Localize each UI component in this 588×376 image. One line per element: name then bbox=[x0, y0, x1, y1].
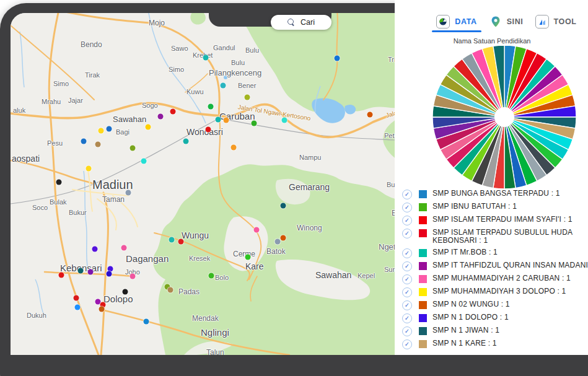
tab-data[interactable]: DATA bbox=[432, 11, 481, 32]
map-marker[interactable] bbox=[130, 274, 136, 279]
map-label: Bulu bbox=[231, 59, 245, 66]
map-marker[interactable] bbox=[75, 305, 81, 310]
map-marker[interactable] bbox=[178, 239, 184, 245]
legend-row[interactable]: ✓SMP MUHAMMADIYAH 2 CARUBAN : 1 bbox=[402, 273, 588, 286]
tab-bar: DATA SINI bbox=[432, 11, 581, 32]
map-marker[interactable] bbox=[254, 227, 260, 233]
legend-row[interactable]: ✓SMP IT TAHFIDZUL QURAN INSAN MADANI : 1 bbox=[402, 260, 588, 273]
map-marker[interactable] bbox=[86, 166, 92, 172]
legend-color-swatch bbox=[419, 262, 427, 270]
map-marker[interactable] bbox=[221, 83, 226, 89]
map-label: Bulak bbox=[50, 198, 67, 206]
legend-row[interactable]: ✓SMP N 02 WUNGU : 1 bbox=[402, 299, 588, 312]
map-canvas[interactable]: MojoBendoSawoGandulBuluKrebetBuluSimoPil… bbox=[11, 13, 395, 355]
map-marker[interactable] bbox=[252, 121, 257, 126]
legend-row[interactable]: ✓SMP MUHAMMADIYAH 3 DOLOPO : 1 bbox=[402, 286, 588, 299]
map-marker[interactable] bbox=[99, 128, 104, 134]
map-marker[interactable] bbox=[216, 117, 221, 123]
map-marker[interactable] bbox=[169, 237, 175, 243]
map-marker[interactable] bbox=[121, 245, 127, 251]
map-marker[interactable] bbox=[209, 273, 214, 279]
map-marker[interactable] bbox=[158, 114, 164, 120]
map-marker[interactable] bbox=[56, 180, 62, 185]
legend-color-swatch bbox=[419, 229, 427, 237]
legend-color-swatch bbox=[419, 327, 427, 335]
map-marker[interactable] bbox=[95, 142, 101, 147]
legend-row[interactable]: ✓SMP N 1 DOLOPO : 1 bbox=[402, 312, 588, 325]
legend-row[interactable]: ✓SMP IBNU BATUTAH : 1 bbox=[402, 201, 588, 214]
map-marker[interactable] bbox=[183, 139, 189, 144]
legend-row[interactable]: ✓SMP N 1 JIWAN : 1 bbox=[402, 325, 588, 338]
legend-label: SMP IT TAHFIDZUL QURAN INSAN MADANI : 1 bbox=[432, 261, 588, 270]
legend-checkbox-checked-icon[interactable]: ✓ bbox=[402, 339, 412, 349]
map-marker[interactable] bbox=[281, 235, 286, 241]
legend-checkbox-checked-icon[interactable]: ✓ bbox=[402, 274, 412, 284]
map-marker[interactable] bbox=[144, 319, 149, 325]
map-marker[interactable] bbox=[282, 118, 287, 123]
map-marker[interactable] bbox=[74, 295, 79, 301]
map-label: Sogo bbox=[142, 102, 158, 109]
map-marker[interactable] bbox=[245, 255, 251, 260]
map-label: Nampu bbox=[299, 154, 321, 161]
legend-checkbox-checked-icon[interactable]: ✓ bbox=[402, 300, 412, 310]
search-icon bbox=[287, 19, 295, 26]
map-marker[interactable] bbox=[206, 127, 211, 133]
legend-row[interactable]: ✓SMP ISLAM TERPADU IMAM SYAFI'I : 1 bbox=[402, 214, 588, 227]
pie-chart[interactable] bbox=[431, 43, 578, 191]
map-label: Kare bbox=[245, 261, 264, 271]
map-marker[interactable] bbox=[231, 145, 237, 151]
legend-color-swatch bbox=[419, 288, 427, 296]
map-marker[interactable] bbox=[130, 146, 136, 151]
map-marker[interactable] bbox=[367, 112, 373, 118]
legend-checkbox-checked-icon[interactable]: ✓ bbox=[402, 326, 412, 336]
legend-checkbox-checked-icon[interactable]: ✓ bbox=[402, 261, 412, 271]
legend-checkbox-checked-icon[interactable]: ✓ bbox=[402, 216, 412, 225]
side-panel: DATA SINI bbox=[395, 0, 588, 355]
map-label: Kepel bbox=[358, 272, 375, 279]
map-marker[interactable] bbox=[146, 125, 151, 130]
map-marker[interactable] bbox=[335, 56, 340, 61]
legend-checkbox-checked-icon[interactable]: ✓ bbox=[402, 203, 412, 212]
map-marker[interactable] bbox=[168, 287, 173, 293]
legend-row[interactable]: ✓SMP IT Mr.BOB : 1 bbox=[402, 247, 588, 260]
legend-row[interactable]: ✓SMP BUNGA BANGSA TERPADU : 1 bbox=[402, 188, 588, 201]
tab-sini[interactable]: SINI bbox=[481, 11, 531, 32]
legend-row[interactable]: ✓SMP ISLAM TERPADU SUBULUL HUDA KEBONSAR… bbox=[402, 227, 588, 247]
legend-label: SMP IT Mr.BOB : 1 bbox=[432, 248, 498, 257]
map-marker[interactable] bbox=[141, 159, 147, 164]
map-marker[interactable] bbox=[245, 95, 250, 100]
map-marker[interactable] bbox=[107, 271, 112, 277]
map-marker[interactable] bbox=[81, 139, 87, 144]
map-marker[interactable] bbox=[88, 269, 94, 275]
map-marker[interactable] bbox=[275, 239, 281, 245]
legend-label: SMP MUHAMMADIYAH 2 CARUBAN : 1 bbox=[432, 274, 571, 283]
map-label: Mendak bbox=[192, 314, 219, 323]
map-marker[interactable] bbox=[78, 268, 84, 274]
map-marker[interactable] bbox=[203, 55, 209, 61]
map-label: Ngetos bbox=[379, 242, 395, 251]
bar-chart-icon bbox=[535, 15, 549, 28]
legend-checkbox-checked-icon[interactable]: ✓ bbox=[402, 313, 412, 323]
legend-checkbox-checked-icon[interactable]: ✓ bbox=[402, 248, 412, 258]
map-marker[interactable] bbox=[99, 307, 105, 312]
map-marker[interactable] bbox=[123, 289, 128, 295]
basemap bbox=[11, 13, 395, 355]
map-marker[interactable] bbox=[170, 109, 176, 115]
tab-tool[interactable]: TOOL bbox=[531, 11, 581, 32]
map-label: Simo bbox=[53, 80, 69, 87]
map-marker[interactable] bbox=[59, 273, 64, 278]
legend-row[interactable]: ✓SMP N 1 KARE : 1 bbox=[402, 338, 588, 351]
legend-checkbox-checked-icon[interactable]: ✓ bbox=[402, 229, 412, 238]
map-marker[interactable] bbox=[92, 247, 98, 252]
legend-checkbox-checked-icon[interactable]: ✓ bbox=[402, 287, 412, 297]
map-marker[interactable] bbox=[126, 190, 131, 196]
map-marker[interactable] bbox=[224, 118, 229, 123]
map-marker[interactable] bbox=[107, 126, 112, 132]
search-input[interactable]: Cari bbox=[271, 15, 331, 30]
map-marker[interactable] bbox=[208, 104, 214, 110]
legend-label: SMP N 1 DOLOPO : 1 bbox=[432, 313, 509, 322]
legend-checkbox-checked-icon[interactable]: ✓ bbox=[402, 190, 412, 199]
map-marker[interactable] bbox=[281, 203, 286, 209]
active-tab-underline bbox=[432, 30, 481, 32]
map-label: Sawahan bbox=[113, 115, 146, 124]
